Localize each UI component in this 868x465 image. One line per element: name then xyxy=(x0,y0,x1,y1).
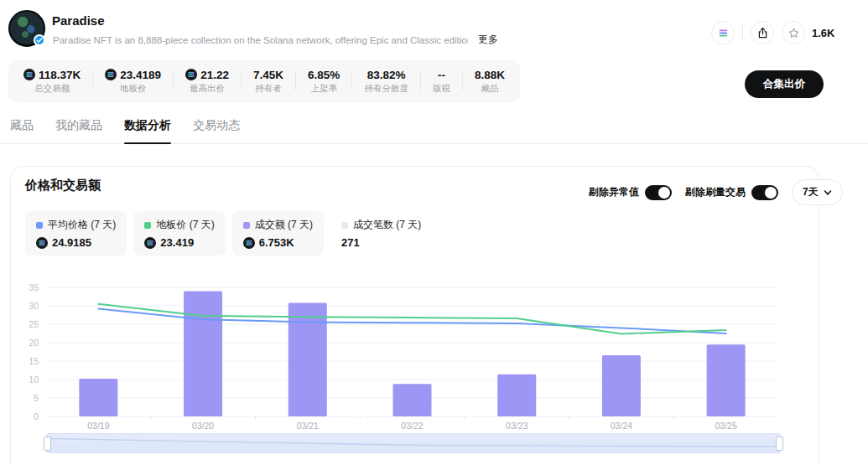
divider xyxy=(295,72,296,90)
stat-items: 8.88K 藏品 xyxy=(475,69,505,95)
filter-list-button[interactable] xyxy=(711,21,735,44)
stat-top-bid: 21.22 最高出价 xyxy=(185,69,229,95)
chart-title: 价格和交易额 xyxy=(25,178,101,194)
stat-listed-rate: 6.85% 上架率 xyxy=(308,69,340,95)
slider-data-shadow xyxy=(47,434,780,452)
stat-floor-price: 23.4189 地板价 xyxy=(105,69,161,95)
svg-text:10: 10 xyxy=(29,375,39,385)
svg-text:03/21: 03/21 xyxy=(297,421,319,431)
star-icon xyxy=(787,27,800,39)
share-button[interactable] xyxy=(751,21,774,44)
svg-text:03/19: 03/19 xyxy=(87,421,109,431)
tab-my-items[interactable]: 我的藏品 xyxy=(55,118,102,143)
filter-list-icon xyxy=(717,27,730,39)
svg-text:35: 35 xyxy=(29,282,39,292)
solana-icon xyxy=(185,69,197,80)
collection-avatar xyxy=(8,10,45,47)
svg-text:0: 0 xyxy=(34,411,39,421)
more-link[interactable]: 更多 xyxy=(478,33,498,47)
solana-icon xyxy=(105,69,117,80)
divider xyxy=(351,72,352,90)
solana-icon xyxy=(144,237,156,249)
divider xyxy=(241,72,242,90)
legend-marker xyxy=(341,222,348,229)
stats-bar: 118.37K 总交易额 23.4189 地板价 21.22 最高出价 7.45… xyxy=(8,60,520,102)
svg-text:20: 20 xyxy=(29,338,39,348)
legend-marker xyxy=(243,222,250,229)
legend-trade-count[interactable]: 成交笔数 (7 天) 271 xyxy=(330,211,432,256)
tab-items[interactable]: 藏品 xyxy=(10,118,34,143)
stat-total-volume: 118.37K 总交易额 xyxy=(23,69,81,95)
tab-bar: 藏品我的藏品数据分析交易动态 xyxy=(0,111,868,144)
toggle-exclude-outliers[interactable]: 剔除异常值 xyxy=(589,185,672,200)
tab-trading-activity[interactable]: 交易动态 xyxy=(193,118,240,143)
toggle-exclude-wash-trading[interactable]: 剔除刷量交易 xyxy=(685,185,778,200)
chart-legend: 平均价格 (7 天) 24.9185 地板价 (7 天) 23.419 成交额 … xyxy=(25,211,432,256)
svg-text:5: 5 xyxy=(34,393,39,403)
share-icon xyxy=(756,27,769,39)
svg-text:30: 30 xyxy=(29,301,39,311)
svg-text:03/20: 03/20 xyxy=(192,421,214,431)
divider xyxy=(462,72,463,90)
solana-icon xyxy=(23,69,35,80)
time-range-dropdown[interactable]: 7天 xyxy=(792,179,843,205)
divider xyxy=(742,25,743,40)
svg-text:15: 15 xyxy=(29,356,39,366)
svg-text:03/25: 03/25 xyxy=(715,421,737,431)
toggle-exclude-outliers-switch[interactable] xyxy=(645,185,672,200)
svg-text:03/22: 03/22 xyxy=(401,421,423,431)
toggle-exclude-wash-trading-switch[interactable] xyxy=(751,185,778,200)
favorite-count: 1.6K xyxy=(812,27,834,39)
divider xyxy=(173,72,174,90)
verified-badge-icon xyxy=(34,34,45,46)
svg-text:03/23: 03/23 xyxy=(506,421,528,431)
legend-floor-price[interactable]: 地板价 (7 天) 23.419 xyxy=(133,211,225,256)
collection-bid-button[interactable]: 合集出价 xyxy=(745,70,824,98)
legend-marker xyxy=(36,222,43,229)
svg-text:03/24: 03/24 xyxy=(611,421,632,431)
header-actions: 1.6K xyxy=(711,21,834,44)
solana-icon xyxy=(243,237,255,249)
slider-handle-left[interactable] xyxy=(44,437,51,451)
chart-controls: 剔除异常值 剔除刷量交易 7天 xyxy=(589,179,843,205)
favorite-button[interactable] xyxy=(782,21,805,44)
legend-marker xyxy=(144,222,151,229)
chevron-down-icon xyxy=(824,189,832,197)
legend-avg-price[interactable]: 平均价格 (7 天) 24.9185 xyxy=(25,211,127,256)
stat-royalty: -- 版税 xyxy=(433,69,450,95)
collection-title: Paradise xyxy=(52,13,105,28)
divider xyxy=(92,72,93,90)
stat-holder-distribution: 83.82% 持有分散度 xyxy=(364,69,408,95)
legend-volume[interactable]: 成交额 (7 天) 6.753K xyxy=(232,211,324,256)
collection-description: Paradise NFT is an 8,888-piece collectio… xyxy=(53,35,468,45)
price-volume-chart: 0510152025303503/1903/2003/2103/2203/230… xyxy=(13,272,810,440)
tab-data-analysis[interactable]: 数据分析 xyxy=(124,118,171,143)
svg-text:25: 25 xyxy=(29,319,39,329)
slider-handle-right[interactable] xyxy=(776,437,783,451)
solana-icon xyxy=(36,237,48,249)
stat-holders: 7.45K 持有者 xyxy=(253,69,283,95)
date-range-slider[interactable] xyxy=(46,433,781,453)
divider xyxy=(420,72,421,90)
